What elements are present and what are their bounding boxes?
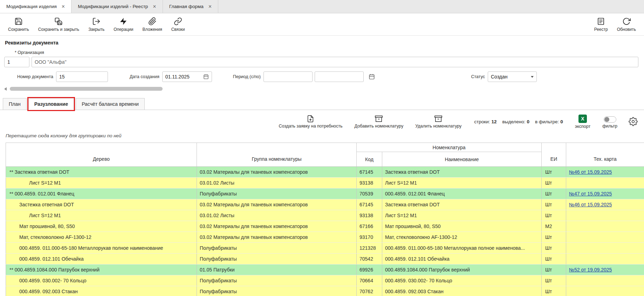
toggle-switch-icon[interactable] [604, 116, 616, 123]
operations-button[interactable]: Операции [109, 13, 138, 35]
close-icon[interactable]: × [153, 4, 156, 9]
techcard-link[interactable]: №46 от 15.09.2025 [569, 169, 612, 175]
section-title: Реквизиты документа [5, 40, 638, 46]
techcard-link[interactable]: №52 от 19.09.2025 [569, 267, 612, 273]
cell-name: Лист S=12 М1 [382, 178, 542, 188]
refresh-button[interactable]: Обновить [612, 13, 640, 35]
window-tab-registry[interactable]: Модификации изделий - Реестр × [71, 0, 163, 13]
refresh-label: Обновить [617, 27, 636, 32]
create-demand-label: Создать заявку на потребность [279, 124, 342, 129]
organization-row [4, 57, 638, 67]
techcard-link[interactable]: №46 от 15.09.2025 [569, 202, 612, 207]
table-row[interactable]: ** 000.4859.1084.000 Патрубок верхний 01… [6, 264, 644, 275]
grid-body: ** Застежка ответная DOT 03.02 Материалы… [6, 167, 644, 296]
period-to-input[interactable] [315, 71, 364, 82]
cell-tree: Застежка ответная DOT [6, 199, 197, 210]
table-row[interactable]: Застежка ответная DOT 03.02 Материалы дл… [6, 199, 644, 210]
column-header-name[interactable]: Наименование [382, 152, 542, 167]
status-select[interactable]: Создан [488, 71, 537, 82]
save-and-close-button[interactable]: Сохранить и закрыть [34, 13, 84, 35]
selected-counter: выделено:0 [502, 119, 529, 124]
toggle-knob [604, 117, 609, 122]
cell-code: 93170 [357, 232, 382, 243]
selected-counter-label: выделено: [502, 119, 526, 124]
scroll-left-arrow-icon[interactable] [4, 87, 7, 91]
scrollbar-thumb[interactable] [10, 87, 163, 91]
column-header-code[interactable]: Код [357, 152, 382, 167]
column-header-tree[interactable]: Дерево [6, 143, 197, 167]
organization-name-input[interactable] [32, 57, 638, 67]
table-row[interactable]: 000.4859. 011.000-65-180 Металлорукав по… [6, 243, 644, 254]
cell-unit: Шт [542, 243, 566, 254]
registry-list-icon [597, 17, 605, 26]
cell-tree: 000.4859. 030.002- 70 Кольцо [6, 275, 197, 286]
registry-button[interactable]: Реестр [590, 13, 612, 35]
table-row[interactable]: 000.4859. 030.002- 70 Кольцо Полуфабрика… [6, 275, 644, 286]
table-row[interactable]: Лист S=12 М1 03.01.02 Листы 93138 Лист S… [6, 178, 644, 188]
close-icon[interactable]: × [62, 4, 65, 9]
tab-plan[interactable]: План [3, 98, 27, 110]
column-header-techcard[interactable]: Тех. карта [566, 143, 644, 167]
filter-label: фильтр [602, 124, 617, 129]
horizontal-scrollbar[interactable] [4, 87, 638, 91]
cell-tree: Мат прошивной, 80, S50 [6, 221, 197, 232]
delete-nomenclature-label: Удалить номенклатуру [415, 124, 461, 129]
settings-gear-icon[interactable] [629, 117, 638, 126]
tab-time-balance[interactable]: Расчёт баланса времени [76, 98, 145, 110]
cell-tree: Мат, стекловолокно AF-1300-12 [6, 232, 197, 243]
attachments-button[interactable]: Вложения [138, 13, 166, 35]
cell-group: 03.01.02 Листы [197, 210, 357, 221]
period-calendar-icon[interactable] [369, 74, 375, 80]
cell-techcard [566, 221, 644, 232]
doc-number-input[interactable] [56, 71, 108, 82]
column-header-unit[interactable]: ЕИ [542, 143, 566, 167]
table-row[interactable]: Лист S=12 М1 03.01.02 Листы 93138 Лист S… [6, 210, 644, 221]
links-label: Связки [171, 27, 185, 32]
cell-unit: Шт [542, 178, 566, 188]
cell-code: 67145 [357, 199, 382, 210]
table-row[interactable]: Мат, стекловолокно AF-1300-12 03.02 Мате… [6, 232, 644, 243]
cell-techcard [566, 210, 644, 221]
cell-name: 000.4859.1084.000 Патрубок верхний [382, 264, 542, 275]
group-by-drop-zone[interactable]: Перетащите сюда колонку для группировки … [6, 133, 644, 138]
cell-name: Лист S=12 М1 [382, 210, 542, 221]
cell-techcard: №47 от 15.09.2025 [566, 188, 644, 199]
cell-code: 70664 [357, 275, 382, 286]
table-row[interactable]: Мат прошивной, 80, S50 03.02 Материалы д… [6, 221, 644, 232]
filter-toggle-button[interactable]: фильтр [602, 115, 617, 129]
rows-counter: строки:12 [474, 119, 496, 124]
window-tab-modification[interactable]: Модификация изделия × [0, 0, 71, 13]
excel-export-button[interactable]: X экспорт [575, 115, 590, 129]
cell-code: 67166 [357, 221, 382, 232]
delete-nomenclature-button[interactable]: Удалить номенклатуру [415, 115, 461, 129]
add-nomenclature-button[interactable]: Добавить номенклатуру [355, 115, 404, 129]
window-tab-main-form[interactable]: Главная форма × [163, 0, 218, 13]
cell-tree: 000.4859. 012.101 Обечайка [6, 254, 197, 264]
calendar-icon[interactable] [203, 74, 209, 80]
create-date-value: 01.11.2025 [165, 74, 190, 80]
table-row[interactable]: ** Застежка ответная DOT 03.02 Материалы… [6, 167, 644, 178]
links-button[interactable]: Связки [167, 13, 190, 35]
save-and-close-icon [54, 17, 63, 26]
table-row[interactable]: 000.4859. 012.101 Обечайка Полуфабрикаты… [6, 254, 644, 264]
create-demand-button[interactable]: Создать заявку на потребность [279, 115, 342, 129]
close-label: Закрыть [88, 27, 104, 32]
cell-code: 121328 [357, 243, 382, 254]
close-icon[interactable]: × [208, 4, 212, 9]
cell-code: 93138 [357, 210, 382, 221]
table-row[interactable]: ** 000.4859. 012.001 Фланец Полуфабрикат… [6, 188, 644, 199]
table-row[interactable]: 000.4859. 092.003 Стакан Полуфабрикаты 7… [6, 286, 644, 296]
cell-name: Мат, стекловолокно AF-1300-12 [382, 232, 542, 243]
organization-code-input[interactable] [4, 57, 29, 67]
tab-razuzlovanie[interactable]: Разузлование [28, 98, 74, 110]
save-button[interactable]: Сохранить [4, 13, 34, 35]
period-from-input[interactable] [263, 71, 313, 82]
techcard-link[interactable]: №47 от 15.09.2025 [569, 191, 612, 197]
cell-tree: 000.4859. 011.000-65-180 Металлорукав по… [6, 243, 197, 254]
create-date-input[interactable]: 01.11.2025 [162, 71, 212, 82]
cell-tree: ** Застежка ответная DOT [6, 167, 197, 178]
grid-counters: строки:12 выделено:0 в фильтре:0 [474, 119, 563, 124]
column-header-nomenclature[interactable]: Номенклатура [357, 143, 542, 152]
column-header-group[interactable]: Группа номенклатуры [197, 143, 357, 167]
close-button[interactable]: Закрыть [84, 13, 109, 35]
